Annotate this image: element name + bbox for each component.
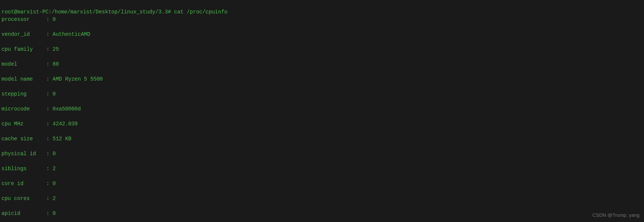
key-cpu-family: cpu family (1, 46, 46, 53)
value-stepping: 0 (53, 91, 56, 97)
key-cpu-mhz: cpu MHz (1, 120, 46, 128)
key-model: model (1, 60, 46, 68)
cpuinfo-row-cache-size: cache size: 512 KB (1, 135, 643, 143)
cpuinfo-row-microcode: microcode: 0xa50000d (1, 105, 643, 113)
prompt-user-host: root@marxist-PC (1, 9, 49, 15)
key-processor: processor (1, 16, 46, 23)
terminal-output: root@marxist-PC:/home/marxist/Desktop/li… (0, 0, 644, 222)
key-physical-id: physical id (1, 150, 46, 157)
key-cpu-cores: cpu cores (1, 195, 46, 202)
cpuinfo-row-stepping: stepping: 0 (1, 90, 643, 98)
cpuinfo-row-physical-id: physical id: 0 (1, 150, 643, 157)
command-text: cat /proc/cpuinfo (174, 9, 227, 15)
watermark-text: CSDN @Trump. yang (592, 212, 640, 219)
value-cpu-cores: 2 (53, 196, 56, 201)
cpuinfo-row-cpu-cores: cpu cores: 2 (1, 195, 643, 202)
key-apicid: apicid (1, 210, 46, 217)
prompt-path: /home/marxist/Desktop/linux_study/3.3 (52, 9, 168, 15)
value-physical-id: 0 (53, 151, 56, 157)
prompt-symbol: # (168, 9, 171, 15)
value-cache-size: 512 KB (53, 136, 71, 142)
value-cpu-family: 25 (53, 46, 59, 52)
cpuinfo-row-model-name: model name: AMD Ryzen 5 5500 (1, 75, 643, 83)
value-model-name: AMD Ryzen 5 5500 (53, 76, 103, 82)
value-model: 80 (53, 61, 59, 67)
cpuinfo-row-vendor-id: vendor_id: AuthenticAMD (1, 31, 643, 38)
value-vendor-id: AuthenticAMD (53, 31, 90, 37)
key-cache-size: cache size (1, 135, 46, 143)
key-siblings: siblings (1, 165, 46, 172)
cpuinfo-row-siblings: siblings: 2 (1, 165, 643, 172)
key-microcode: microcode (1, 105, 46, 113)
cpuinfo-row-cpu-mhz: cpu MHz: 4242.039 (1, 120, 643, 128)
cpuinfo-row-model: model: 80 (1, 60, 643, 68)
cpuinfo-row-core-id: core id: 0 (1, 180, 643, 187)
key-core-id: core id (1, 180, 46, 187)
value-apicid: 0 (53, 210, 56, 216)
key-vendor-id: vendor_id (1, 31, 46, 38)
value-siblings: 2 (53, 166, 56, 172)
value-microcode: 0xa50000d (53, 106, 81, 112)
key-model-name: model name (1, 75, 46, 83)
value-core-id: 0 (53, 181, 56, 187)
value-cpu-mhz: 4242.039 (53, 121, 78, 127)
command-prompt-line: root@marxist-PC:/home/marxist/Desktop/li… (1, 9, 227, 15)
cpuinfo-row-processor: processor: 0 (1, 16, 643, 23)
value-processor: 0 (53, 16, 56, 22)
key-stepping: stepping (1, 90, 46, 98)
cpuinfo-row-cpu-family: cpu family: 25 (1, 46, 643, 53)
cpuinfo-row-apicid: apicid: 0 (1, 210, 643, 217)
